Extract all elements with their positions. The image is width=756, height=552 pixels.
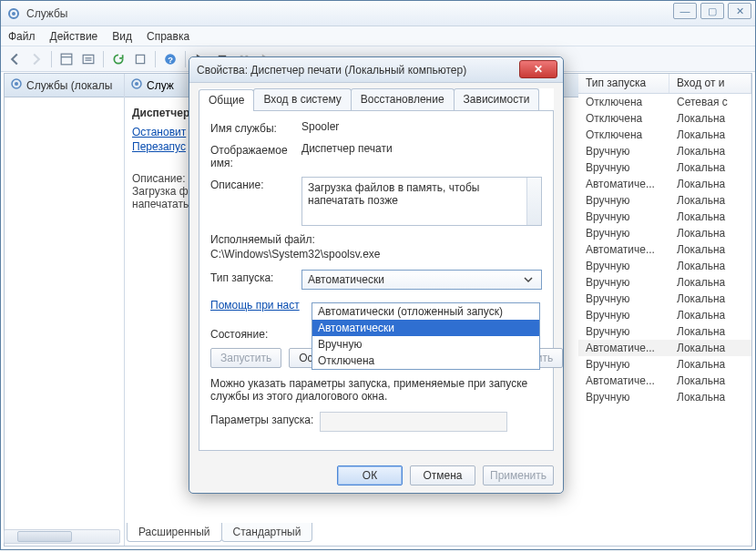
- start-button[interactable]: Запустить: [210, 348, 281, 368]
- gear-icon: [130, 77, 143, 93]
- svg-point-1: [12, 12, 15, 15]
- menubar: Файл Действие Вид Справка: [1, 26, 755, 46]
- table-row[interactable]: ВручнуюЛокальна: [578, 159, 751, 176]
- description-textarea[interactable]: Загрузка файлов в память, чтобы напечата…: [301, 177, 542, 226]
- tab-standard[interactable]: Стандартный: [221, 523, 313, 542]
- tab-panel-general: Имя службы: Spooler Отображаемое имя: Ди…: [199, 111, 554, 451]
- help-link[interactable]: Помощь при наст: [210, 299, 300, 312]
- value-executable: C:\Windows\System32\spoolsv.exe: [210, 248, 542, 261]
- tab-general[interactable]: Общие: [199, 89, 254, 111]
- cell-logon: Локальна: [669, 390, 751, 404]
- tab-logon[interactable]: Вход в систему: [253, 88, 351, 110]
- close-button[interactable]: ✕: [728, 3, 751, 19]
- column-header-startup-type[interactable]: Тип запуска: [578, 74, 669, 93]
- table-row[interactable]: Автоматиче...Локальна: [578, 340, 751, 356]
- cell-logon: Локальна: [669, 111, 751, 126]
- table-row[interactable]: ВручнуюЛокальна: [578, 192, 751, 209]
- dropdown-option-selected[interactable]: Автоматически: [312, 320, 539, 336]
- tab-extended[interactable]: Расширенный: [127, 523, 222, 542]
- cell-startup-type: Вручную: [578, 390, 669, 404]
- table-row[interactable]: Автоматиче...Локальна: [578, 176, 751, 192]
- horizontal-scrollbar[interactable]: [4, 529, 120, 544]
- table-row[interactable]: ВручнуюЛокальна: [578, 307, 751, 323]
- cell-startup-type: Вручную: [578, 193, 669, 208]
- tab-recovery[interactable]: Восстановление: [351, 88, 455, 110]
- table-row[interactable]: ВручнуюЛокальна: [578, 274, 751, 291]
- column-header-logon[interactable]: Вход от и: [669, 74, 751, 93]
- cell-startup-type: Автоматиче...: [578, 373, 669, 388]
- description-scrollbar[interactable]: [526, 178, 541, 225]
- startup-type-dropdown: Автоматически (отложенный запуск) Автома…: [312, 302, 540, 370]
- cell-startup-type: Вручную: [578, 324, 669, 339]
- label-executable: Исполняемый файл:: [210, 233, 542, 246]
- table-row[interactable]: ВручнуюЛокальна: [578, 323, 751, 340]
- dropdown-option[interactable]: Вручную: [312, 336, 539, 353]
- cell-startup-type: Вручную: [578, 226, 669, 240]
- table-row[interactable]: ОтключенаЛокальна: [578, 127, 751, 143]
- value-display-name: Диспетчер печати: [301, 142, 542, 155]
- apply-button[interactable]: Применить: [483, 465, 554, 486]
- minimize-button[interactable]: —: [673, 3, 697, 19]
- label-display-name: Отображаемое имя:: [210, 142, 301, 169]
- export-button[interactable]: [130, 49, 150, 69]
- dialog-close-button[interactable]: ✕: [519, 60, 557, 78]
- scrollbar-thumb[interactable]: [17, 531, 72, 542]
- table-row[interactable]: ВручнуюЛокальна: [578, 225, 751, 241]
- cell-startup-type: Вручную: [578, 210, 669, 224]
- forward-button[interactable]: [26, 49, 46, 69]
- list-header: Тип запуска Вход от и: [578, 74, 751, 94]
- startup-type-combobox[interactable]: Автоматически: [301, 270, 542, 290]
- cell-logon: Сетевая с: [669, 95, 751, 109]
- cell-logon: Локальна: [669, 210, 751, 224]
- menu-action[interactable]: Действие: [50, 30, 98, 43]
- table-row[interactable]: Автоматиче...Локальна: [578, 241, 751, 258]
- menu-view[interactable]: Вид: [112, 30, 132, 43]
- menu-help[interactable]: Справка: [147, 30, 189, 43]
- back-button[interactable]: [5, 49, 25, 69]
- tree-item-services[interactable]: Службы (локалы: [5, 74, 124, 97]
- table-row[interactable]: ВручнуюЛокальна: [578, 209, 751, 225]
- window-title: Службы: [26, 7, 67, 20]
- cell-startup-type: Вручную: [578, 160, 669, 175]
- table-row[interactable]: ВручнуюЛокальна: [578, 389, 751, 405]
- toolbar-separator: [185, 51, 186, 67]
- dialog-title: Свойства: Диспетчер печати (Локальный ко…: [197, 64, 466, 77]
- properties-button[interactable]: [78, 49, 98, 69]
- list-body: ОтключенаСетевая сОтключенаЛокальнаОтклю…: [578, 94, 751, 405]
- dialog-tabs: Общие Вход в систему Восстановление Зави…: [199, 88, 554, 111]
- label-state: Состояние:: [210, 326, 301, 341]
- menu-file[interactable]: Файл: [8, 30, 36, 43]
- table-row[interactable]: ВручнуюЛокальна: [578, 356, 751, 373]
- description-text: Загрузка файлов в память, чтобы напечата…: [308, 181, 479, 207]
- details-button[interactable]: [56, 49, 77, 69]
- start-params-input[interactable]: [320, 412, 507, 432]
- cell-logon: Локальна: [669, 341, 751, 355]
- table-row[interactable]: ВручнуюЛокальна: [578, 291, 751, 307]
- help-button[interactable]: ?: [160, 49, 180, 69]
- table-row[interactable]: ОтключенаСетевая с: [578, 94, 751, 110]
- table-row[interactable]: ВручнуюЛокальна: [578, 258, 751, 274]
- refresh-button[interactable]: [108, 49, 128, 69]
- table-row[interactable]: Автоматиче...Локальна: [578, 373, 751, 389]
- table-row[interactable]: ОтключенаЛокальна: [578, 110, 751, 127]
- maximize-button[interactable]: ▢: [700, 3, 724, 19]
- svg-text:?: ?: [168, 55, 173, 64]
- svg-point-16: [135, 82, 138, 86]
- label-description: Описание:: [210, 177, 301, 191]
- svg-point-14: [15, 82, 18, 86]
- tab-dependencies[interactable]: Зависимости: [454, 88, 540, 110]
- startup-type-selected: Автоматически: [308, 273, 384, 286]
- toolbar-separator: [155, 51, 156, 67]
- properties-dialog: Свойства: Диспетчер печати (Локальный ко…: [189, 56, 564, 494]
- cell-logon: Локальна: [669, 177, 751, 191]
- table-row[interactable]: ВручнуюЛокальна: [578, 143, 751, 159]
- cell-startup-type: Вручную: [578, 259, 669, 273]
- system-buttons: — ▢ ✕: [673, 3, 751, 19]
- tree-root-label: Службы (локалы: [26, 79, 112, 92]
- ok-button[interactable]: ОК: [337, 465, 403, 486]
- dropdown-option[interactable]: Автоматически (отложенный запуск): [312, 303, 539, 320]
- cell-startup-type: Автоматиче...: [578, 177, 669, 191]
- dropdown-option[interactable]: Отключена: [312, 353, 539, 369]
- cancel-button[interactable]: Отмена: [410, 465, 475, 486]
- cell-logon: Локальна: [669, 193, 751, 208]
